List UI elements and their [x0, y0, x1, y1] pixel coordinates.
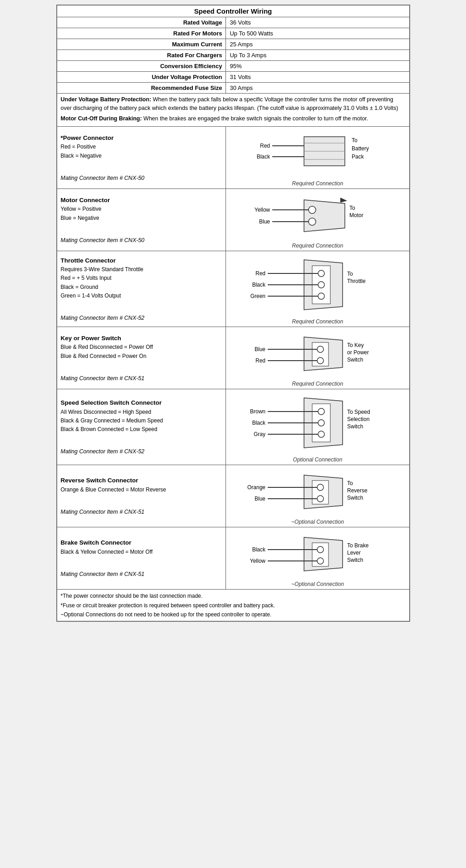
connector-line: Red = Positive [61, 143, 222, 151]
svg-point-22 [317, 346, 324, 352]
spec-value: Up To 3 Amps [226, 50, 409, 61]
title-row: Speed Controller Wiring [57, 5, 409, 17]
spec-label: Rated For Chargers [57, 50, 226, 61]
to-label: Motor [349, 212, 363, 218]
connector-info: Motor ConnectorYellow = PositiveBlue = N… [57, 189, 226, 251]
to-label: Switch [347, 495, 363, 501]
connector-diagram: Brown Black Gray To Speed Selection Swit… [245, 391, 390, 455]
note-text: When the brakes are engaged the brake sw… [142, 115, 368, 122]
to-label: Switch [347, 557, 363, 563]
spec-row: Under Voltage Protection 31 Volts [57, 72, 409, 83]
connector-line: Black = Negative [61, 152, 222, 160]
connector-line: Black & Yellow Connected = Motor Off [61, 548, 222, 556]
wire-label: Red [260, 143, 270, 149]
wire-label: Black [257, 154, 270, 160]
connector-row: Motor ConnectorYellow = PositiveBlue = N… [57, 189, 409, 251]
footer-note: *The power connector should be the last … [61, 591, 406, 600]
connector-diagram-cell: Brown Black Gray To Speed Selection Swit… [226, 389, 409, 465]
to-label: Switch [347, 423, 363, 430]
connector-line: Black & Gray Connected = Medium Speed [61, 417, 222, 425]
diagram-wrap: Brown Black Gray To Speed Selection Swit… [230, 391, 405, 463]
svg-point-14 [318, 270, 324, 277]
connector-diagram: Yellow Blue To Motor [245, 191, 390, 241]
to-label: To Brake [347, 542, 369, 549]
connector-row: Reverse Switch ConnectorOrange & Blue Co… [57, 465, 409, 527]
to-label: Selection [347, 416, 369, 422]
connector-diagram: Red Black Green To Throttle [245, 253, 390, 317]
spec-value: 25 Amps [226, 39, 409, 50]
wire-label: Yellow [255, 207, 270, 213]
note-bold: Under Voltage Battery Protection: [61, 96, 152, 103]
spec-row: Rated For Motors Up To 500 Watts [57, 28, 409, 39]
connector-diagram-cell: Orange Blue To Reverse Switch ~Optional … [226, 465, 409, 527]
wire-label: Red [255, 357, 265, 364]
diagram-wrap: Red Black To Battery Pack Required Conne… [230, 129, 405, 187]
connector-title: Brake Switch Connector [61, 538, 222, 548]
spec-label: Rated Voltage [57, 17, 226, 28]
connector-line: Yellow = Positive [61, 205, 222, 213]
connector-info: Throttle ConnectorRequires 3-Wire Standa… [57, 251, 226, 327]
connector-diagram-cell: Blue Red To Key or Power Switch Required… [226, 327, 409, 389]
connector-diagram: Red Black To Battery Pack [245, 129, 390, 179]
connector-row: *Power ConnectorRed = PositiveBlack = Ne… [57, 127, 409, 189]
footer-note: *Fuse or circuit breaker protection is r… [61, 601, 406, 610]
wire-label: Blue [255, 496, 265, 502]
connector-row: Key or Power SwitchBlue & Red Disconnect… [57, 327, 409, 389]
svg-marker-6 [304, 200, 345, 232]
connector-line: Green = 1-4 Volts Output [61, 292, 222, 300]
connector-line: Requires 3-Wire Standard Throttle [61, 265, 222, 274]
wire-label: Yellow [250, 558, 266, 564]
note-bold: Motor Cut-Off During Braking: [61, 115, 142, 122]
spec-value: 31 Volts [226, 72, 409, 83]
to-label: Throttle [347, 278, 366, 284]
diagram-wrap: Orange Blue To Reverse Switch ~Optional … [230, 467, 405, 525]
connector-info: Brake Switch ConnectorBlack & Yellow Con… [57, 527, 226, 590]
connection-type-label: Required Connection [292, 180, 343, 187]
svg-point-23 [317, 357, 324, 364]
to-label: Pack [352, 154, 364, 160]
to-label: Lever [347, 550, 361, 556]
connector-info: Key or Power SwitchBlue & Red Disconnect… [57, 327, 226, 389]
connector-row: Brake Switch ConnectorBlack & Yellow Con… [57, 527, 409, 590]
to-label: To [352, 137, 358, 144]
svg-point-37 [317, 496, 324, 502]
connector-diagram-cell: Yellow Blue To Motor Required Connection [226, 189, 409, 251]
connection-type-label: ~Optional Connection [291, 581, 344, 587]
connection-type-label: Required Connection [292, 381, 343, 387]
mating-info: Mating Connector Item # CNX-51 [61, 507, 222, 516]
mating-info: Mating Connector Item # CNX-52 [61, 313, 222, 322]
connector-line: Blue & Red Connected = Power On [61, 352, 222, 361]
mating-info: Mating Connector Item # CNX-50 [61, 236, 222, 245]
to-label: Reverse [347, 487, 368, 494]
connector-diagram: Blue Red To Key or Power Switch [245, 329, 390, 379]
connector-title: Key or Power Switch [61, 333, 222, 343]
connection-type-label: Required Connection [292, 318, 343, 325]
spec-value: 95% [226, 61, 409, 72]
mating-info: Mating Connector Item # CNX-51 [61, 570, 222, 579]
to-label: To Key [347, 342, 364, 348]
page: Speed Controller Wiring Rated Voltage 36… [56, 5, 410, 622]
spec-label: Rated For Motors [57, 28, 226, 39]
svg-marker-11 [340, 198, 347, 203]
svg-point-30 [318, 431, 324, 437]
connector-diagram: Orange Blue To Reverse Switch [245, 467, 390, 517]
connector-line: Black = Ground [61, 283, 222, 292]
connector-title: Throttle Connector [61, 256, 222, 266]
wire-label: Red [255, 270, 265, 277]
connection-type-label: Optional Connection [293, 456, 343, 463]
svg-point-8 [309, 218, 316, 225]
connector-title: *Power Connector [61, 133, 222, 143]
diagram-wrap: Yellow Blue To Motor Required Connection [230, 191, 405, 249]
spec-row: Recommended Fuse Size 30 Amps [57, 83, 409, 94]
connector-title: Speed Selection Switch Connector [61, 398, 222, 408]
spec-value: 36 Volts [226, 17, 409, 28]
connector-row: Speed Selection Switch ConnectorAll Wire… [57, 389, 409, 465]
connector-line: Blue = Negative [61, 214, 222, 223]
spec-row: Maximum Current 25 Amps [57, 39, 409, 50]
main-table: Speed Controller Wiring Rated Voltage 36… [57, 5, 410, 621]
to-label: To Speed [347, 409, 370, 415]
connector-line: Blue & Red Disconnected = Power Off [61, 343, 222, 352]
connection-type-label: Required Connection [292, 243, 343, 249]
svg-point-7 [309, 206, 316, 213]
diagram-wrap: Red Black Green To Throttle Required Con… [230, 253, 405, 325]
